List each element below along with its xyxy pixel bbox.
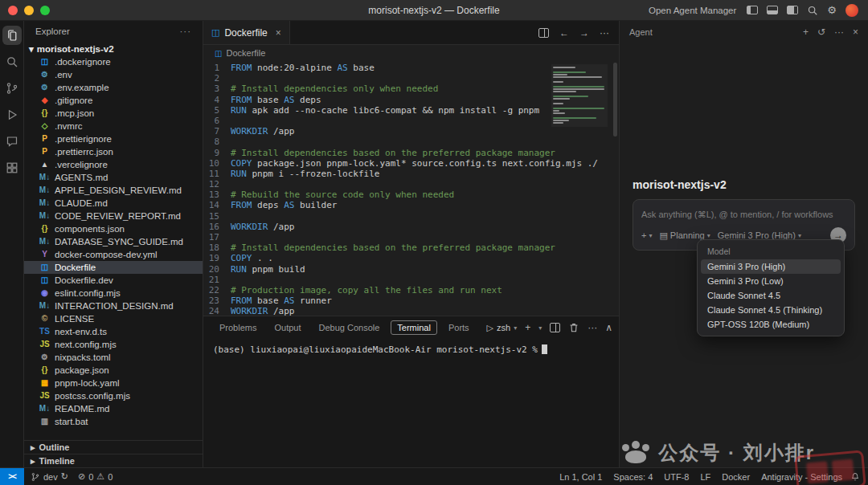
git-branch-indicator[interactable]: dev ↻ (31, 471, 68, 482)
file-item[interactable]: {}components.json (24, 222, 203, 235)
file-item[interactable]: ◇.nvmrc (24, 120, 203, 132)
file-item[interactable]: M↓INTERACTION_DESIGN.md (24, 300, 203, 312)
status-item[interactable]: Antigravity - Settings (761, 472, 842, 482)
close-tab-icon[interactable]: × (276, 27, 281, 39)
code-line: 22# Production image, copy all the files… (203, 285, 619, 295)
account-avatar[interactable] (845, 4, 858, 17)
close-agent-panel-icon[interactable]: × (853, 26, 858, 38)
file-item[interactable]: ▦pnpm-lock.yaml (24, 377, 203, 389)
file-item[interactable]: Ydocker-compose-dev.yml (24, 248, 203, 261)
timeline-section[interactable]: ▸ Timeline (24, 454, 203, 467)
panel-tab-terminal[interactable]: Terminal (391, 320, 437, 335)
search-activity-icon[interactable] (2, 52, 22, 71)
kill-terminal-icon[interactable] (568, 322, 579, 333)
model-option[interactable]: Claude Sonnet 4.5 (701, 288, 841, 303)
chat-activity-icon[interactable] (2, 132, 22, 151)
status-item[interactable]: LF (700, 472, 710, 482)
panel-more-actions-icon[interactable]: ··· (588, 322, 597, 333)
file-item[interactable]: ⚙nixpacks.toml (24, 351, 203, 364)
file-item[interactable]: ⚙.env (24, 68, 203, 81)
file-item[interactable]: ◆.gitignore (24, 94, 203, 107)
file-item[interactable]: M↓CODE_REVIEW_REPORT.md (24, 210, 203, 222)
status-item[interactable]: Ln 1, Col 1 (559, 472, 602, 482)
file-item[interactable]: ◫Dockerfile.dev (24, 274, 203, 287)
file-item[interactable]: M↓DATABASE_SYNC_GUIDE.md (24, 235, 203, 248)
editor-scrollbar[interactable] (613, 63, 617, 137)
docker-icon: ◫ (39, 276, 51, 284)
settings-gear-icon[interactable]: ⚙ (827, 5, 837, 15)
file-item[interactable]: ©LICENSE (24, 312, 203, 325)
project-root-folder[interactable]: ▾ morisot-nextjs-v2 (24, 42, 203, 55)
file-item[interactable]: {}.mcp.json (24, 107, 203, 120)
file-item[interactable]: ▥start.bat (24, 415, 203, 428)
markdown-icon: M↓ (39, 199, 51, 207)
zoom-window-button[interactable] (40, 6, 50, 15)
status-item[interactable]: Spaces: 4 (613, 472, 653, 482)
split-editor-icon[interactable] (538, 28, 549, 38)
close-window-button[interactable] (8, 6, 18, 15)
toggle-sidebar-icon[interactable] (747, 6, 758, 14)
model-option[interactable]: Gemini 3 Pro (Low) (701, 274, 841, 288)
model-option[interactable]: Gemini 3 Pro (High) (701, 259, 841, 274)
navigate-back-icon[interactable]: ← (559, 27, 569, 39)
extensions-activity-icon[interactable] (2, 158, 22, 177)
file-item[interactable]: JSpostcss.config.mjs (24, 389, 203, 402)
code-editor[interactable]: 1FROM node:20-alpine AS base23# Install … (203, 61, 619, 316)
panel-tab-problems[interactable]: Problems (213, 320, 263, 335)
agent-more-actions-icon[interactable]: ··· (834, 26, 844, 38)
file-item[interactable]: ◫.dockerignore (24, 55, 203, 68)
outline-section[interactable]: ▸ Outline (24, 440, 203, 454)
shell-selector[interactable]: ▷ zsh ▾ (487, 323, 518, 333)
status-item[interactable]: UTF-8 (664, 472, 689, 482)
open-agent-manager-button[interactable]: Open Agent Manager (649, 6, 736, 15)
toggle-panel-icon[interactable] (767, 6, 778, 14)
status-item[interactable]: Docker (722, 472, 750, 482)
history-icon[interactable]: ↺ (817, 26, 825, 38)
breadcrumb[interactable]: ◫ Dockerfile (203, 45, 619, 61)
toggle-secondary-sidebar-icon[interactable] (787, 6, 798, 14)
editor-actions: ← → ··· (538, 21, 619, 44)
file-item[interactable]: M↓APPLE_DESIGN_REVIEW.md (24, 184, 203, 197)
panel-tab-debug-console[interactable]: Debug Console (313, 320, 387, 335)
file-item[interactable]: M↓CLAUDE.md (24, 197, 203, 210)
remote-indicator[interactable]: >< (0, 468, 24, 485)
search-icon[interactable] (807, 5, 818, 16)
terminal-profile-chevron-icon[interactable]: ▾ (538, 324, 542, 332)
attach-button[interactable]: +▾ (641, 230, 652, 240)
model-option[interactable]: Claude Sonnet 4.5 (Thinking) (701, 303, 841, 317)
maximize-panel-icon[interactable]: ∧ (605, 322, 612, 333)
file-item[interactable]: ◫Dockerfile (24, 261, 203, 274)
problems-indicator[interactable]: ⊘ 0 ⚠ 0 (78, 471, 113, 482)
panel-tab-output[interactable]: Output (268, 320, 307, 335)
tab-dockerfile[interactable]: ◫ Dockerfile × (203, 21, 290, 44)
docker-icon: ◫ (211, 27, 219, 38)
panel-tab-ports[interactable]: Ports (442, 320, 476, 335)
file-item[interactable]: {}package.json (24, 364, 203, 377)
file-name: next-env.d.ts (55, 327, 107, 336)
file-item[interactable]: ▲.vercelignore (24, 158, 203, 171)
run-debug-activity-icon[interactable] (2, 105, 22, 124)
terminal-output[interactable]: (base) liuxiaopai@liuxiaopaideMacBook-Ai… (203, 339, 619, 467)
explorer-header-label: Explorer (35, 26, 70, 36)
explorer-more-actions-icon[interactable]: ··· (180, 26, 192, 36)
file-item[interactable]: JSnext.config.mjs (24, 338, 203, 351)
editor-more-actions-icon[interactable]: ··· (600, 27, 609, 39)
file-item[interactable]: TSnext-env.d.ts (24, 325, 203, 338)
model-option[interactable]: GPT-OSS 120B (Medium) (701, 317, 841, 332)
new-conversation-icon[interactable]: + (803, 26, 809, 38)
agent-input[interactable] (641, 210, 846, 219)
notifications-bell-icon[interactable] (850, 472, 868, 482)
file-item[interactable]: M↓README.md (24, 402, 203, 415)
source-control-activity-icon[interactable] (2, 79, 22, 98)
new-terminal-icon[interactable]: + (525, 322, 530, 333)
split-terminal-icon[interactable] (550, 323, 560, 332)
file-item[interactable]: ⚙.env.example (24, 81, 203, 94)
navigate-forward-icon[interactable]: → (579, 27, 589, 39)
file-item[interactable]: ◉eslint.config.mjs (24, 287, 203, 300)
explorer-activity-icon[interactable] (2, 26, 22, 45)
minimize-window-button[interactable] (24, 6, 34, 15)
minimap[interactable] (551, 64, 608, 127)
file-item[interactable]: P.prettierignore (24, 132, 203, 145)
file-item[interactable]: M↓AGENTS.md (24, 171, 203, 184)
file-item[interactable]: P.prettierrc.json (24, 145, 203, 158)
